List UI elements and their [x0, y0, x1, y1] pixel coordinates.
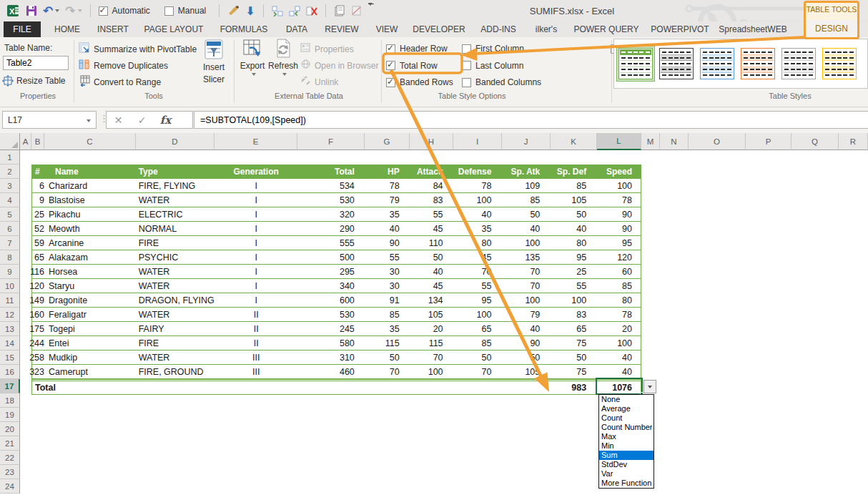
checkbox-total-row[interactable]: Total Row [386, 61, 438, 71]
row-header-2[interactable]: 2 [0, 165, 20, 179]
total-row-dropdown-button[interactable] [643, 380, 656, 393]
table-cell[interactable]: FIRE [137, 336, 215, 350]
summarize-with-pivottable-button[interactable]: Summarize with PivotTable [79, 42, 197, 57]
name-box[interactable]: L17 [2, 111, 97, 129]
table-cell[interactable]: Meowth [46, 222, 137, 235]
refresh-button[interactable]: Refresh [267, 39, 299, 90]
table-style-green[interactable] [616, 46, 655, 82]
table-cell[interactable]: 90 [365, 236, 410, 250]
table-cell[interactable]: 40 [365, 222, 410, 235]
table-cell[interactable]: 290 [297, 222, 365, 235]
table-cell[interactable]: 120 [596, 250, 641, 264]
table-cell[interactable]: 100 [596, 179, 641, 192]
table-cell[interactable]: 35 [453, 222, 502, 235]
table-cell[interactable]: 80 [453, 236, 502, 250]
table-cell[interactable]: 55 [410, 207, 453, 221]
table-cell[interactable]: Entei [46, 336, 137, 350]
row-header-9[interactable]: 9 [0, 265, 20, 279]
total-row-box[interactable] [386, 61, 395, 70]
table-cell[interactable]: 50 [501, 207, 550, 221]
table-cell[interactable]: NORMAL [137, 222, 215, 235]
table-cell[interactable]: 100 [453, 308, 502, 321]
table-cell[interactable]: I [214, 193, 297, 207]
table-style-blue[interactable] [698, 46, 736, 82]
dropdown-item-more-function[interactable]: More Function [599, 479, 654, 488]
cancel-icon[interactable]: ✕ [107, 114, 130, 126]
table-cell[interactable]: 50 [501, 351, 550, 364]
table-cell[interactable]: II [214, 308, 297, 321]
table-cell[interactable] [75, 381, 137, 394]
banded-columns-box[interactable] [462, 78, 471, 87]
table-cell[interactable]: 55 [453, 279, 502, 293]
table-cell[interactable]: 20 [410, 322, 453, 335]
table-cell[interactable]: 79 [365, 193, 410, 207]
table-cell[interactable]: 580 [297, 336, 365, 350]
table-style-yellow[interactable] [820, 46, 859, 82]
table-cell[interactable]: I [214, 250, 297, 264]
table-cell[interactable]: 100 [550, 293, 596, 307]
table-style-orange[interactable] [739, 46, 777, 82]
table-cell[interactable]: 60 [596, 265, 641, 278]
table-cell[interactable]: 70 [501, 279, 550, 293]
table-cell[interactable]: Alakazam [46, 250, 137, 264]
table-cell[interactable]: 70 [453, 265, 502, 278]
column-header-B[interactable]: B [31, 133, 44, 150]
table-cell[interactable]: 65 [32, 250, 46, 264]
table-cell[interactable]: 460 [297, 365, 365, 378]
table-cell[interactable]: 75 [550, 365, 596, 378]
table-cell[interactable]: Togepi [46, 322, 137, 335]
checkbox-banded-rows[interactable]: Banded Rows [386, 77, 453, 87]
table-cell[interactable]: 50 [550, 207, 596, 221]
table-cell[interactable]: ELECTRIC [137, 207, 215, 221]
row-header-6[interactable]: 6 [0, 222, 20, 236]
table-cell[interactable]: 534 [297, 179, 365, 192]
table-cell[interactable]: 50 [410, 250, 453, 264]
table-cell[interactable]: WATER [137, 265, 215, 278]
resize-table-button[interactable]: Resize Table [2, 75, 65, 87]
table-cell[interactable]: 100 [410, 365, 453, 378]
column-header-Q[interactable]: Q [791, 133, 839, 150]
table-cell[interactable]: 85 [596, 279, 641, 293]
table-cell[interactable]: 35 [365, 207, 410, 221]
table-cell[interactable]: 983 [550, 381, 596, 394]
ungroup-outline-icon[interactable] [289, 6, 300, 16]
excel-logo-icon[interactable]: X [7, 4, 20, 17]
table-cell[interactable]: 530 [297, 308, 365, 321]
table-cell[interactable]: III [214, 365, 297, 378]
formula-input[interactable]: =SUBTOTAL(109,[Speed]) [194, 111, 868, 129]
tab-spreadsheetweb[interactable]: SpreadsheetWEB [710, 21, 796, 37]
remove-duplicates-button[interactable]: Remove Duplicates [79, 59, 168, 73]
row-header-8[interactable]: 8 [0, 250, 20, 265]
banded-rows-box[interactable] [386, 78, 395, 87]
table-cell[interactable]: 244 [32, 336, 46, 350]
table-cell[interactable]: 55 [550, 279, 596, 293]
row-header-14[interactable]: 14 [0, 336, 20, 351]
table-cell[interactable]: 75 [550, 336, 596, 350]
print-preview-icon[interactable] [334, 5, 345, 16]
row-header-21[interactable]: 21 [0, 436, 20, 451]
table-cell[interactable]: 50 [550, 351, 596, 364]
table-cell[interactable]: Horsea [46, 265, 137, 278]
convert-to-range-button[interactable]: Convert to Range [79, 75, 161, 89]
table-cell[interactable]: 245 [297, 322, 365, 335]
table-cell[interactable]: 40 [501, 322, 550, 335]
row-header-19[interactable]: 19 [0, 408, 20, 422]
table-cell[interactable]: WATER [137, 193, 215, 207]
table-cell[interactable]: DRAGON, FLYING [137, 293, 215, 307]
checkbox-header-row[interactable]: Header Row [386, 44, 448, 54]
table-cell[interactable]: 78 [453, 179, 502, 192]
table-cell[interactable]: 9 [32, 193, 46, 207]
table-cell[interactable]: 6 [32, 179, 46, 192]
table-cell[interactable]: 40 [550, 222, 596, 235]
table-cell[interactable]: Arcanine [46, 236, 137, 250]
table-cell[interactable]: FIRE, FLYING [137, 179, 215, 192]
table-cell[interactable]: Staryu [46, 279, 137, 293]
manual-calc-checkbox[interactable]: Manual [164, 6, 206, 16]
table-cell[interactable]: 100 [453, 193, 502, 207]
column-header-J[interactable]: J [502, 133, 551, 150]
table-cell[interactable] [137, 381, 215, 394]
tab-design[interactable]: DESIGN [806, 24, 857, 34]
column-header-O[interactable]: O [689, 133, 746, 150]
fill-down-icon[interactable]: ⬇ [245, 4, 255, 18]
dropdown-item-average[interactable]: Average [599, 404, 654, 413]
